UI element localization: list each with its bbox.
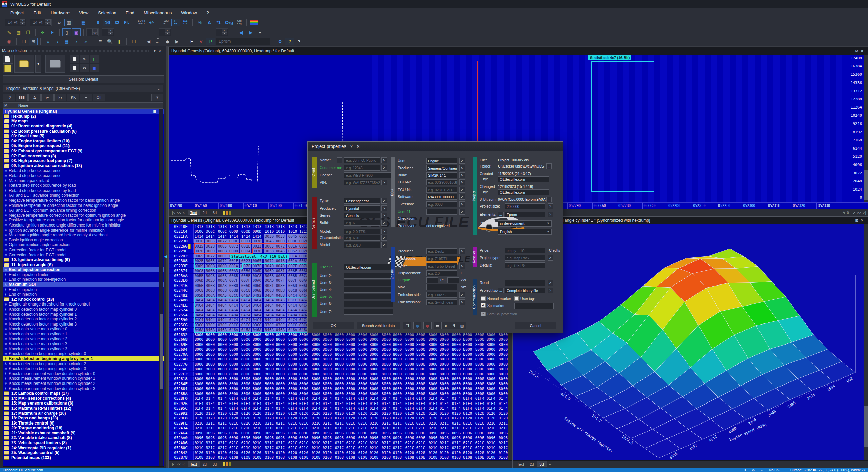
hex-cell[interactable]: 8000 [194, 352, 204, 357]
tree-item[interactable]: 10: Ignition advance timing (6) [3, 257, 164, 262]
hex-cell[interactable]: 021C [322, 421, 333, 426]
hex-cell[interactable]: 8000 [369, 357, 379, 361]
hex-cell[interactable]: 01F4 [264, 396, 275, 401]
plugin-button[interactable]: ▣ [90, 64, 99, 72]
checkbox-user-tag-[interactable]: User tag: [514, 296, 535, 301]
print-map-icon[interactable]: ❐ [24, 28, 33, 36]
hex-cell[interactable]: 0016 [287, 244, 298, 249]
tree-item[interactable]: ∗Knock detection factor map cylinder 2 [3, 317, 164, 322]
hex-cell[interactable]: 00BB [240, 274, 251, 278]
hex-cell[interactable]: 0045 [264, 239, 275, 243]
menu-view[interactable]: View [75, 9, 93, 16]
tree-item[interactable]: ∗Negative temperature correction factor … [3, 198, 164, 203]
hex-cell[interactable]: 8000 [217, 352, 228, 357]
hex-cell[interactable]: 01F4 [451, 396, 462, 401]
hex-cell[interactable]: 8000 [240, 367, 251, 371]
tree-item[interactable]: ∗Knock gain value map cylinder 2 [3, 336, 164, 341]
hex-cell[interactable]: 8000 [194, 382, 204, 386]
hex-cell[interactable]: 8000 [287, 387, 298, 391]
hex-cell[interactable]: 01F4 [194, 401, 204, 406]
expand-button[interactable]: > [381, 220, 387, 226]
tree-item[interactable]: 09: Ignition advance corrections (18) [3, 163, 164, 169]
hex-cell[interactable]: 8000 [498, 337, 509, 342]
hex-cell[interactable]: 8000 [252, 372, 262, 376]
expand-button[interactable]: > [459, 172, 465, 178]
hex-cell[interactable]: 021C [462, 441, 473, 445]
spin-down-icon[interactable]: ▼ [108, 32, 113, 35]
hex-cell[interactable]: 8000 [428, 337, 438, 342]
hex-cell[interactable]: 8000 [404, 337, 415, 342]
hex-cell[interactable]: 8000 [415, 357, 426, 361]
input-motorcode-[interactable]: e.g. Z19DTH [426, 256, 457, 261]
hex-cell[interactable]: 1414 [205, 234, 216, 239]
hex-cell[interactable]: 8000 [334, 377, 345, 381]
hex-cell[interactable]: 8000 [474, 333, 485, 337]
hex-cell[interactable]: 0120 [345, 416, 356, 420]
hex-cell[interactable]: 00C8 [287, 288, 298, 293]
hex-cell[interactable]: 04B4 [264, 313, 275, 317]
hex-cell[interactable]: 8000 [275, 387, 286, 391]
menu-miscellaneous[interactable]: Miscellaneous [140, 9, 176, 16]
input-details-[interactable]: e.g. +25 PS [505, 262, 545, 268]
hex-cell[interactable]: 8000 [404, 382, 415, 386]
tree-item[interactable]: Hexdump (2) [3, 114, 164, 119]
hex-cell[interactable]: 000F [217, 254, 228, 258]
hex-cell[interactable]: 8000 [252, 342, 262, 347]
tree-item[interactable]: ∗Optimum ignition angle correction [3, 242, 164, 248]
hex-cell[interactable]: 0120 [217, 416, 228, 420]
hex-cell[interactable]: 03CC [240, 323, 251, 327]
tree-item[interactable]: 22: Variable intake camshaft (8) [3, 435, 164, 440]
hex-cell[interactable]: 005D [194, 293, 204, 298]
hex-cell[interactable]: 8000 [392, 392, 403, 396]
input-characteristic-[interactable]: e.g. R20 [344, 235, 380, 241]
tree-item[interactable]: 23: Vehicle speed limiters (8) [3, 440, 164, 446]
hex-cell[interactable]: 8000 [428, 352, 438, 357]
hex-cell[interactable]: 01F4 [357, 396, 368, 401]
flag-icon[interactable]: ▭ [434, 322, 442, 329]
hex-cell[interactable]: 04C4 [264, 298, 275, 302]
hex-cell[interactable]: 007F [252, 264, 262, 268]
hex-cell[interactable]: 8000 [498, 377, 509, 381]
output-ps-field[interactable] [426, 277, 438, 283]
hex-cell[interactable]: 0072 [228, 244, 239, 249]
hex-cell[interactable]: 04C4 [275, 318, 286, 322]
expand-button[interactable]: > [381, 205, 387, 211]
hex-cell[interactable]: 021C [311, 446, 321, 450]
spinner-control[interactable]: 14 Pt▲▼ [30, 19, 52, 26]
hex-cell[interactable]: 8000 [194, 337, 204, 342]
hex-cell[interactable]: 8000 [498, 333, 509, 337]
hex-cell[interactable]: 8000 [415, 377, 426, 381]
hex-cell[interactable]: 8000 [381, 382, 392, 386]
hex-row[interactable]: 0529920120012001200120012001200120012001… [169, 411, 512, 416]
hex-cell[interactable]: 8000 [404, 342, 415, 347]
hex-cell[interactable]: 04C4 [252, 318, 262, 322]
hex-cell[interactable]: 8000 [486, 342, 496, 347]
hex-cell[interactable]: 006A [205, 293, 216, 298]
input-user-7-[interactable] [344, 309, 393, 315]
hex-cell[interactable]: 8000 [322, 357, 333, 361]
hex-cell[interactable]: 8000 [404, 333, 415, 337]
help-highlight-icon[interactable]: ? [285, 38, 294, 45]
hex-cell[interactable]: 8000 [217, 367, 228, 371]
hex-cell[interactable]: 021C [322, 446, 333, 450]
hex-cell[interactable]: 0120 [334, 411, 345, 416]
hex-cell[interactable]: 0120 [415, 416, 426, 420]
hex-cell[interactable]: 0120 [486, 416, 496, 420]
hex-cell[interactable]: 8000 [298, 362, 309, 367]
hex-cell[interactable]: 0096 [451, 436, 462, 440]
hex-cell[interactable]: 8000 [334, 362, 345, 367]
tree-item[interactable]: 05: Engine torque request (11) [3, 143, 164, 149]
hex-cell[interactable]: 00A3 [228, 269, 239, 273]
checkbox-bdm-bsl-protection[interactable]: ✔Bdm/Bsl protection [481, 312, 517, 316]
hex-cell[interactable]: 046A [240, 308, 251, 312]
hex-cell[interactable]: 8000 [311, 342, 321, 347]
hex-cell[interactable]: 021C [428, 421, 438, 426]
hex-cell[interactable]: 8000 [287, 392, 298, 396]
hex-cell[interactable]: 8000 [381, 367, 392, 371]
menu-edit[interactable]: Edit [29, 9, 45, 16]
hex-cell[interactable]: 8000 [369, 347, 379, 352]
hex-cell[interactable]: 021C [439, 421, 450, 426]
hex-cell[interactable]: 007F [240, 264, 251, 268]
cancel-button[interactable]: Cancel [515, 322, 556, 329]
hex-cell[interactable]: 8000 [357, 352, 368, 357]
